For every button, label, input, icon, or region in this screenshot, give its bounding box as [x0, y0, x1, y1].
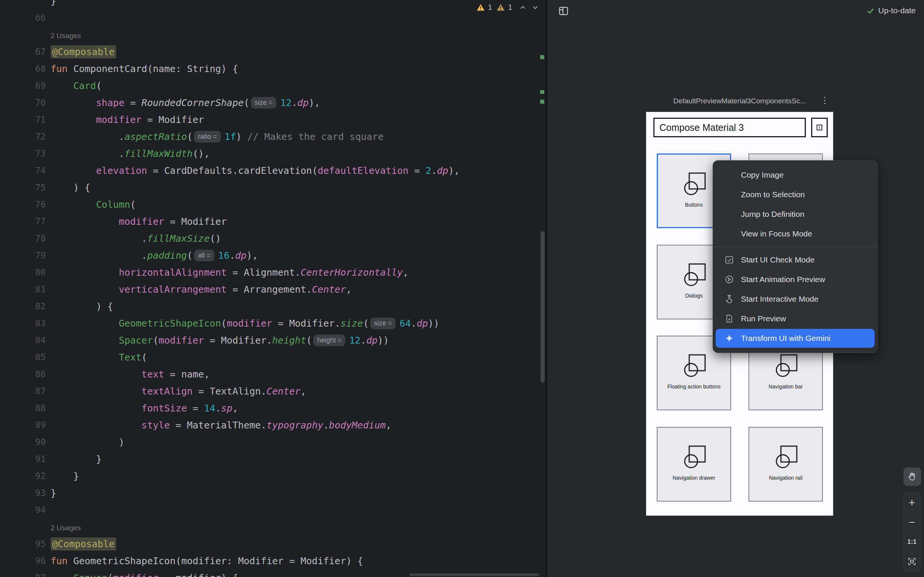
component-card-navigation-drawer[interactable]: Navigation drawer	[657, 427, 731, 501]
line-number[interactable]: 70	[0, 94, 46, 111]
line-number[interactable]: 69	[0, 77, 46, 94]
line-number[interactable]: 84	[0, 332, 46, 349]
code-line[interactable]: )	[50, 434, 124, 451]
previous-issue-icon[interactable]	[519, 3, 527, 12]
pan-tool-button[interactable]	[904, 467, 921, 486]
zoom-out-button[interactable]: −	[904, 513, 920, 532]
menu-item-label: Start Animation Preview	[741, 275, 825, 284]
menu-item-view-in-focus-mode[interactable]: View in Focus Mode	[713, 224, 877, 243]
code-row: 82 ) {	[0, 298, 545, 315]
menu-item-jump-to-definition[interactable]: Jump to Definition	[713, 205, 877, 224]
line-number[interactable]: 87	[0, 383, 46, 400]
code-line[interactable]: .fillMaxWidth(),	[50, 145, 210, 162]
code-line[interactable]: @Composable	[50, 44, 116, 60]
line-number[interactable]: 73	[0, 145, 46, 162]
code-line[interactable]: ) {	[50, 298, 113, 315]
code-line[interactable]: textAlign = TextAlign.Center,	[50, 383, 306, 400]
code-line[interactable]: Canvas(modifier = modifier) {	[50, 569, 238, 577]
line-number[interactable]: 72	[0, 128, 46, 145]
code-token: typography	[267, 420, 323, 431]
line-number[interactable]: 74	[0, 162, 46, 179]
component-card-navigation-rail[interactable]: Navigation rail	[748, 427, 823, 501]
line-number[interactable]: 91	[0, 451, 46, 467]
line-number[interactable]: 76	[0, 196, 46, 213]
line-number[interactable]: 94	[0, 501, 46, 519]
code-line[interactable]: Column(	[50, 196, 136, 213]
code-line[interactable]: @Composable	[50, 535, 116, 553]
menu-item-copy-image[interactable]: Copy Image	[713, 165, 877, 185]
code-line[interactable]: 2 Usages	[50, 26, 81, 44]
line-number[interactable]: 90	[0, 434, 46, 451]
weak-warning-icon[interactable]	[496, 3, 505, 11]
menu-item-run-preview[interactable]: Run Preview	[713, 309, 877, 329]
line-number[interactable]: 80	[0, 264, 46, 281]
code-line[interactable]: horizontalAlignment = Alignment.CenterHo…	[50, 264, 409, 281]
code-line[interactable]: .padding(all =16.dp),	[50, 247, 258, 264]
warning-icon[interactable]	[477, 3, 485, 11]
code-line[interactable]: modifier = Modifier	[50, 213, 227, 230]
line-number[interactable]: 67	[0, 44, 46, 60]
menu-item-start-ui-check-mode[interactable]: Start UI Check Mode	[713, 250, 877, 270]
usages-hint[interactable]: 2 Usages	[50, 524, 81, 532]
line-number[interactable]: 86	[0, 366, 46, 383]
warning-count[interactable]: 1	[488, 3, 492, 12]
code-row: 83 GeometricShapeIcon(modifier = Modifie…	[0, 315, 545, 332]
code-line[interactable]: elevation = CardDefaults.cardElevation(d…	[50, 162, 460, 179]
line-number[interactable]: 92	[0, 467, 46, 485]
line-number[interactable]: 93	[0, 485, 46, 501]
preview-options-kebab-icon[interactable]: ⋮	[820, 94, 830, 106]
line-number[interactable]: 77	[0, 213, 46, 230]
code-line[interactable]: .fillMaxSize()	[50, 230, 221, 247]
weak-warning-count[interactable]: 1	[508, 3, 512, 12]
code-line[interactable]: modifier = Modifier	[50, 111, 204, 128]
menu-item-start-animation-preview[interactable]: Start Animation Preview	[713, 270, 877, 289]
code-row: 76 Column(	[0, 196, 545, 213]
preview-layout-icon[interactable]	[558, 5, 569, 16]
line-number[interactable]: 85	[0, 349, 46, 366]
line-number[interactable]: 66	[0, 10, 46, 26]
menu-item-transform-ui-with-gemini[interactable]: Transform UI with Gemini	[713, 329, 877, 348]
code-line[interactable]: fontSize = 14.sp,	[50, 400, 238, 417]
menu-item-start-interactive-mode[interactable]: Start Interactive Mode	[713, 289, 877, 309]
code-line[interactable]: ) {	[50, 179, 90, 196]
code-line[interactable]: .aspectRatio(ratio =1f) // Makes the car…	[50, 128, 383, 145]
code-line[interactable]: fun ComponentCard(name: String) {	[50, 60, 238, 77]
line-number[interactable]: 89	[0, 417, 46, 434]
code-line[interactable]: }	[50, 467, 79, 485]
code-line[interactable]: }	[50, 451, 102, 467]
code-line[interactable]: shape = RoundedCornerShape(size =12.dp),	[50, 94, 320, 111]
zoom-actual-size-button[interactable]: 1:1	[904, 532, 920, 552]
line-number[interactable]: 88	[0, 400, 46, 417]
line-number[interactable]: 81	[0, 281, 46, 298]
horizontal-scrollbar[interactable]	[410, 573, 539, 576]
zoom-to-fit-icon[interactable]	[904, 552, 920, 571]
code-line[interactable]: Text(	[50, 349, 147, 366]
line-number[interactable]: 96	[0, 553, 46, 569]
code-line[interactable]: Spacer(modifier = Modifier.height(height…	[50, 332, 389, 349]
zoom-in-button[interactable]: +	[904, 493, 920, 513]
line-number[interactable]: 71	[0, 111, 46, 128]
line-number[interactable]: 97	[0, 569, 46, 577]
code-line[interactable]: fun GeometricShapeIcon(modifier: Modifie…	[50, 553, 363, 569]
code-line[interactable]: style = MaterialTheme.typography.bodyMed…	[50, 417, 391, 434]
menu-item-zoom-to-selection[interactable]: Zoom to Selection	[713, 185, 877, 205]
line-number[interactable]: 75	[0, 179, 46, 196]
code-line[interactable]: }	[50, 485, 56, 501]
line-number[interactable]: 78	[0, 230, 46, 247]
code-line[interactable]: 2 Usages	[50, 519, 81, 536]
code-line[interactable]: GeometricShapeIcon(modifier = Modifier.s…	[50, 315, 439, 332]
line-number[interactable]: 68	[0, 60, 46, 77]
code-line[interactable]: verticalArrangement = Arrangement.Center…	[50, 281, 352, 298]
geometric-shape-icon	[774, 445, 798, 469]
line-number[interactable]: 79	[0, 247, 46, 264]
usages-hint[interactable]: 2 Usages	[50, 32, 81, 40]
code-editor[interactable]: }662 Usages67@Composable68fun ComponentC…	[0, 0, 545, 577]
next-issue-icon[interactable]	[531, 3, 540, 12]
line-number[interactable]: 95	[0, 535, 46, 553]
code-line[interactable]: }	[50, 0, 56, 10]
code-line[interactable]: Card(	[50, 77, 102, 94]
vertical-scrollbar[interactable]	[541, 231, 544, 383]
line-number[interactable]: 82	[0, 298, 46, 315]
line-number[interactable]: 83	[0, 315, 46, 332]
code-line[interactable]: text = name,	[50, 366, 210, 383]
